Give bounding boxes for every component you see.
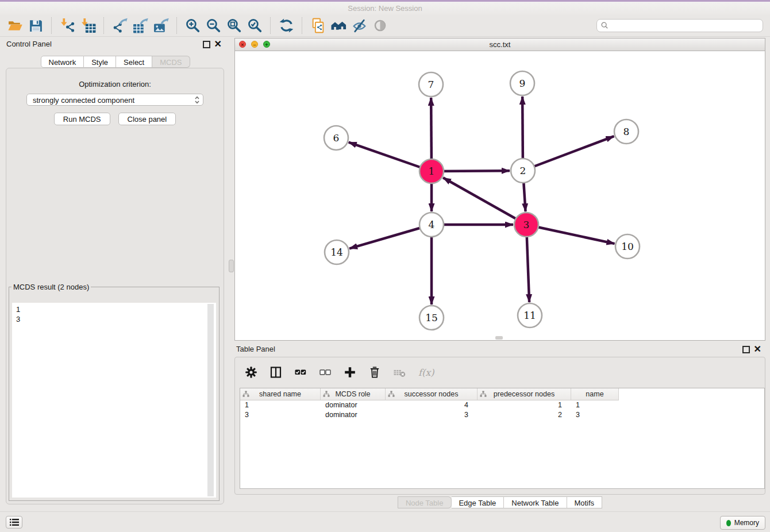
- hide-graphics-details-button[interactable]: [349, 17, 369, 34]
- document-network-button[interactable]: [307, 17, 328, 34]
- memory-status-icon: [726, 520, 731, 526]
- close-icon[interactable]: ✕: [754, 343, 761, 356]
- table-row[interactable]: 3dominator323: [240, 410, 764, 420]
- tab-edge-table[interactable]: Edge Table: [451, 496, 504, 508]
- hide-graphics-details-icon: [352, 18, 367, 33]
- graph-node-2[interactable]: 2: [511, 159, 535, 183]
- result-scrollbar[interactable]: [207, 304, 214, 496]
- window-title: Session: New Session: [348, 4, 422, 13]
- minimize-window-icon[interactable]: –: [251, 41, 258, 48]
- graph-node-label: 6: [333, 132, 340, 144]
- save-icon: [28, 18, 44, 33]
- save-button[interactable]: [25, 17, 46, 34]
- import-table-button[interactable]: [78, 17, 98, 34]
- splitter-grip-horizontal[interactable]: [495, 336, 503, 340]
- refresh-layout-button[interactable]: [276, 17, 297, 34]
- table-row[interactable]: 1dominator411: [240, 400, 764, 410]
- add-button[interactable]: [344, 366, 356, 379]
- graph-edge-3-10[interactable]: [526, 225, 615, 244]
- float-window-icon[interactable]: [203, 41, 210, 48]
- run-mcds-button[interactable]: Run MCDS: [54, 113, 110, 125]
- zoom-in-icon: [185, 18, 201, 33]
- houses-button[interactable]: [328, 17, 349, 34]
- zoom-out-button[interactable]: [203, 17, 224, 34]
- refresh-layout-icon: [279, 18, 294, 33]
- tab-mcds[interactable]: MCDS: [152, 56, 190, 68]
- zoom-fit-icon: [226, 18, 242, 33]
- search-field[interactable]: [596, 19, 763, 32]
- network-canvas[interactable]: 7968124314101511: [235, 51, 765, 340]
- table-cell: 3: [386, 410, 478, 420]
- columns-button[interactable]: [270, 366, 282, 379]
- graph-node-15[interactable]: 15: [419, 306, 444, 330]
- tab-network[interactable]: Network: [40, 56, 84, 68]
- network-window-titlebar[interactable]: × – + scc.txt: [235, 38, 765, 51]
- tab-motifs[interactable]: Motifs: [567, 496, 602, 508]
- graph-node-6[interactable]: 6: [324, 126, 348, 150]
- tab-select[interactable]: Select: [116, 56, 152, 68]
- column-header-MCDS-role[interactable]: MCDS role: [321, 388, 386, 400]
- select-all-button[interactable]: [294, 366, 307, 379]
- select-all-icon: [294, 366, 307, 379]
- graph-edge-1-6[interactable]: [349, 142, 432, 171]
- graph-node-7[interactable]: 7: [419, 72, 443, 97]
- zoom-selected-button[interactable]: [244, 17, 265, 34]
- optimization-criterion-label: Optimization criterion:: [6, 80, 224, 88]
- tab-node-table[interactable]: Node Table: [398, 496, 452, 508]
- zoom-fit-button[interactable]: [224, 17, 244, 34]
- panel-list-button[interactable]: [6, 516, 22, 529]
- graph-node-3[interactable]: 3: [514, 213, 538, 237]
- close-window-icon[interactable]: ×: [239, 41, 246, 48]
- graph-node-14[interactable]: 14: [325, 240, 349, 264]
- column-header-name[interactable]: name: [571, 388, 619, 400]
- graph-edge-3-1[interactable]: [443, 178, 526, 225]
- splitter-grip-vertical[interactable]: [229, 260, 234, 272]
- open-folder-button[interactable]: [5, 17, 25, 34]
- network-graph: 7968124314101511: [235, 51, 765, 340]
- tab-style[interactable]: Style: [84, 56, 116, 68]
- column-header-shared-name[interactable]: shared name: [240, 388, 321, 400]
- close-icon[interactable]: ✕: [214, 38, 222, 51]
- export-image-button[interactable]: [151, 17, 171, 34]
- network-view-window: × – + scc.txt 7968124314101511: [234, 38, 765, 341]
- graph-node-4[interactable]: 4: [419, 213, 444, 237]
- table-panel: Table Panel ✕ f(x) shared nameMCDS roles…: [234, 343, 765, 510]
- column-header-successor-nodes[interactable]: successor nodes: [386, 388, 478, 400]
- show-graphics-details-icon: [372, 18, 388, 33]
- graph-node-1[interactable]: 1: [419, 159, 444, 183]
- export-network-button[interactable]: [109, 17, 130, 34]
- maximize-window-icon[interactable]: +: [263, 41, 270, 48]
- delete-button[interactable]: [368, 366, 381, 379]
- deselect-all-button[interactable]: [319, 366, 332, 379]
- tab-network-table[interactable]: Network Table: [504, 496, 567, 508]
- search-input[interactable]: [609, 20, 763, 32]
- graph-edge-2-8[interactable]: [523, 136, 614, 171]
- graph-edge-4-14[interactable]: [349, 225, 432, 249]
- control-panel-tabs: NetworkStyleSelectMCDS: [40, 56, 190, 68]
- open-folder-icon: [7, 18, 23, 33]
- float-window-icon[interactable]: [742, 346, 750, 353]
- graph-node-9[interactable]: 9: [510, 71, 534, 95]
- memory-button[interactable]: Memory: [720, 516, 765, 530]
- criterion-select[interactable]: strongly connected component: [26, 94, 203, 106]
- gear-button[interactable]: [245, 366, 257, 379]
- export-table-icon: [133, 18, 148, 33]
- graph-node-10[interactable]: 10: [615, 234, 640, 259]
- list-icon: [9, 518, 20, 526]
- graph-node-label: 15: [425, 312, 438, 323]
- close-panel-button[interactable]: Close panel: [118, 113, 176, 125]
- column-header-predecessor-nodes[interactable]: predecessor nodes: [478, 388, 571, 400]
- main-toolbar: [0, 15, 770, 37]
- mcds-result-area[interactable]: 1 3: [12, 303, 216, 498]
- table-toolbar: f(x): [235, 357, 765, 387]
- table-panel-body: f(x) shared nameMCDS rolesuccessor nodes…: [234, 357, 765, 495]
- table-cell: dominator: [321, 400, 386, 410]
- graph-node-8[interactable]: 8: [614, 119, 638, 144]
- application-window: Session: New Session Control Panel ✕ Net…: [0, 0, 770, 532]
- zoom-in-button[interactable]: [182, 17, 203, 34]
- column-header-label: MCDS role: [335, 390, 370, 398]
- import-network-button[interactable]: [57, 17, 78, 34]
- graph-node-11[interactable]: 11: [518, 303, 542, 327]
- export-table-button[interactable]: [130, 17, 151, 34]
- table-cell: 3: [571, 410, 619, 420]
